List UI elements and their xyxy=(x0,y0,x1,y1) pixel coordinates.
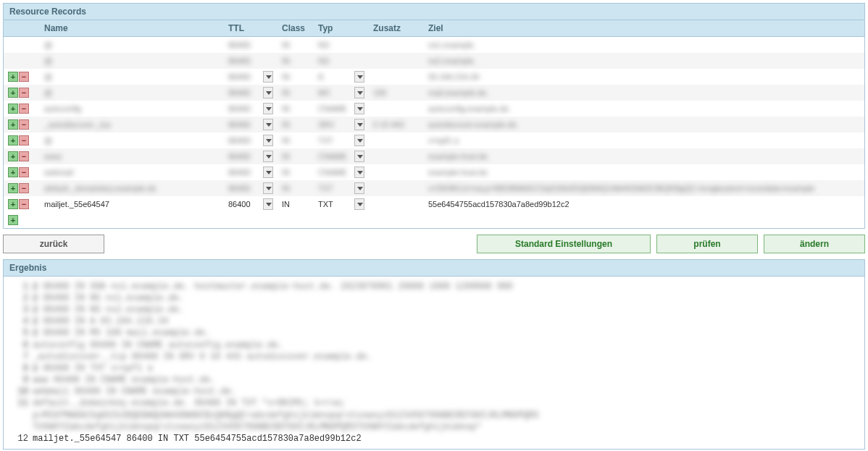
type-dropdown-icon[interactable] xyxy=(354,135,364,146)
ttl-dropdown-icon[interactable] xyxy=(263,151,273,162)
record-ziel[interactable]: mail.example.de. xyxy=(428,88,488,97)
ttl-dropdown-icon[interactable] xyxy=(263,182,273,194)
remove-row-button[interactable]: − xyxy=(19,135,29,146)
record-ttl[interactable]: 86400 xyxy=(228,200,262,208)
default-settings-button[interactable]: Standard Einstellungen xyxy=(477,235,651,253)
record-class: IN xyxy=(282,56,290,65)
table-row: +−www86400INCNAMEexample-host.de. xyxy=(4,148,864,164)
record-ziel[interactable]: example-host.de. xyxy=(428,168,489,177)
record-name[interactable]: default._domainkey.example.de xyxy=(44,184,157,193)
record-name[interactable]: autoconfig xyxy=(44,104,81,113)
result-line: 8@ 86400 IN TXT v=spf1 a xyxy=(11,363,857,374)
record-name[interactable]: @ xyxy=(44,136,52,145)
col-zusatz: Zusatz xyxy=(369,20,424,37)
record-type[interactable]: A xyxy=(318,72,353,81)
record-name: @ xyxy=(44,56,52,65)
resource-records-panel: Resource Records Name TTL Class Typ Zusa… xyxy=(3,3,865,229)
back-button[interactable]: zurück xyxy=(3,235,104,253)
action-buttons-row: zurück Standard Einstellungen prüfen änd… xyxy=(3,235,865,253)
result-body: 1@ 86400 IN SOA ns1.example.de. hostmast… xyxy=(4,277,864,450)
remove-row-button[interactable]: − xyxy=(19,183,29,193)
record-type[interactable]: SRV xyxy=(318,120,353,129)
record-type[interactable]: CNAME xyxy=(318,152,353,161)
record-ttl[interactable]: 86400 xyxy=(228,104,262,113)
type-dropdown-icon[interactable] xyxy=(354,182,364,194)
remove-row-button[interactable]: − xyxy=(19,119,29,130)
ttl-dropdown-icon[interactable] xyxy=(263,103,273,114)
type-dropdown-icon[interactable] xyxy=(354,151,364,162)
record-ziel[interactable]: v=spf1 a xyxy=(428,136,459,145)
add-row-button[interactable]: + xyxy=(8,183,18,193)
record-name[interactable]: @ xyxy=(44,88,52,97)
record-type[interactable]: CNAME xyxy=(318,168,353,177)
ttl-dropdown-icon[interactable] xyxy=(263,198,273,210)
record-ziel: ns1.example. xyxy=(428,41,475,49)
add-row-button[interactable]: + xyxy=(8,104,18,114)
remove-row-button[interactable]: − xyxy=(19,88,29,98)
record-ttl[interactable]: 86400 xyxy=(228,184,262,193)
result-line: 9www 86400 IN CNAME example-host.de. xyxy=(11,374,857,386)
record-ziel[interactable]: v=DKIM1;k=rsa;p=MIGfMA0GCSqGSIb3DQEBAQUA… xyxy=(428,184,814,193)
record-name[interactable]: webmail xyxy=(44,168,73,177)
record-ttl: 86400 xyxy=(228,56,273,65)
result-line: p=MIGfMA0GCSqGSIb3DQEBAQUAA4GNADCBiQKBgQ… xyxy=(11,410,857,421)
record-class: IN xyxy=(282,136,290,145)
record-type[interactable]: TXT xyxy=(318,200,353,208)
ttl-dropdown-icon[interactable] xyxy=(263,87,273,98)
add-row-button[interactable]: + xyxy=(8,135,18,146)
record-type[interactable]: TXT xyxy=(318,136,353,145)
ttl-dropdown-icon[interactable] xyxy=(263,119,273,130)
record-name: @ xyxy=(44,41,52,49)
record-ziel[interactable]: 55e6454755acd157830a7a8ed99b12c2 xyxy=(428,200,569,208)
add-row-button[interactable]: + xyxy=(8,151,18,161)
remove-row-button[interactable]: − xyxy=(19,167,29,177)
record-zusatz[interactable]: 0 10 443 xyxy=(373,120,404,129)
record-ttl[interactable]: 86400 xyxy=(228,88,262,97)
table-row: +−@86400INTXTv=spf1 a xyxy=(4,132,864,148)
add-row-button[interactable]: + xyxy=(8,72,18,82)
type-dropdown-icon[interactable] xyxy=(354,87,364,98)
check-button[interactable]: prüfen xyxy=(656,235,758,253)
type-dropdown-icon[interactable] xyxy=(354,198,364,210)
type-dropdown-icon[interactable] xyxy=(354,167,364,178)
remove-row-button[interactable]: − xyxy=(19,72,29,82)
record-ttl[interactable]: 86400 xyxy=(228,120,262,129)
ttl-dropdown-icon[interactable] xyxy=(263,135,273,146)
record-class: IN xyxy=(282,120,290,129)
table-row: +−autoconfig86400INCNAMEautoconfig.examp… xyxy=(4,101,864,117)
record-ziel[interactable]: 93.184.216.34 xyxy=(428,72,479,81)
record-name[interactable]: mailjet._55e64547 xyxy=(44,200,109,208)
record-name[interactable]: @ xyxy=(44,72,52,81)
record-type[interactable]: CNAME xyxy=(318,104,353,113)
record-type[interactable]: TXT xyxy=(318,184,353,193)
record-type[interactable]: MX xyxy=(318,88,353,97)
record-name[interactable]: www xyxy=(44,152,62,161)
remove-row-button[interactable]: − xyxy=(19,199,29,209)
record-ziel[interactable]: autodiscover.example.de. xyxy=(428,120,519,129)
table-row: @86400INNSns2.example. xyxy=(4,53,864,69)
record-ttl[interactable]: 86400 xyxy=(228,72,262,81)
record-ziel[interactable]: autoconfig.example.de. xyxy=(428,104,511,113)
add-row-button[interactable]: + xyxy=(8,119,18,130)
result-line: 1@ 86400 IN SOA ns1.example.de. hostmast… xyxy=(11,281,857,292)
add-row-button[interactable]: + xyxy=(8,167,18,177)
add-row-button[interactable]: + xyxy=(8,199,18,209)
type-dropdown-icon[interactable] xyxy=(354,103,364,114)
record-zusatz[interactable]: 100 xyxy=(373,88,386,97)
record-ttl[interactable]: 86400 xyxy=(228,168,262,177)
record-ttl[interactable]: 86400 xyxy=(228,152,262,161)
add-row-button[interactable]: + xyxy=(8,88,18,98)
record-name[interactable]: _autodiscover._tcp xyxy=(44,120,111,129)
record-ziel[interactable]: example-host.de. xyxy=(428,152,489,161)
table-row: +−@86400INA93.184.216.34 xyxy=(4,69,864,85)
change-button[interactable]: ändern xyxy=(764,235,865,253)
type-dropdown-icon[interactable] xyxy=(354,119,364,130)
record-ttl[interactable]: 86400 xyxy=(228,136,262,145)
record-ziel: ns2.example. xyxy=(428,56,475,65)
remove-row-button[interactable]: − xyxy=(19,151,29,161)
type-dropdown-icon[interactable] xyxy=(354,71,364,83)
ttl-dropdown-icon[interactable] xyxy=(263,71,273,83)
remove-row-button[interactable]: − xyxy=(19,104,29,114)
ttl-dropdown-icon[interactable] xyxy=(263,167,273,178)
add-record-button[interactable]: + xyxy=(8,215,18,225)
